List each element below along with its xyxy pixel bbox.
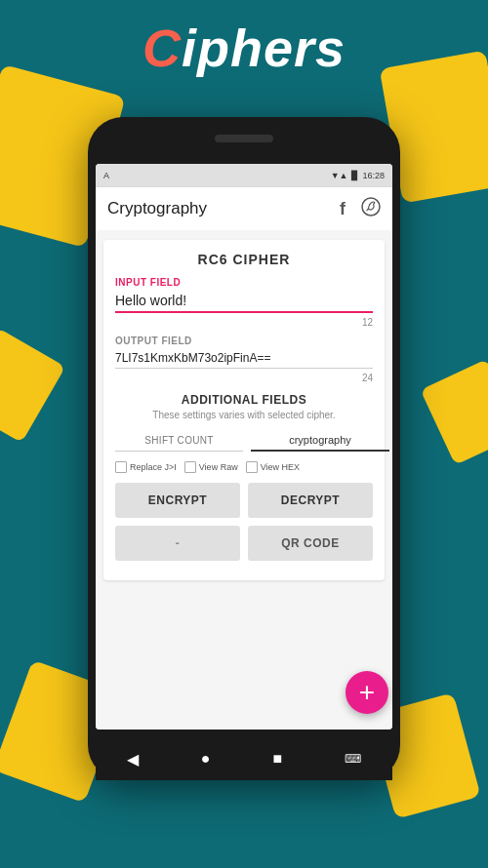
nav-bar: ◀ ● ■ ⌨ xyxy=(96,737,392,780)
card-title: RC6 CIPHER xyxy=(115,252,373,267)
secondary-button[interactable]: - xyxy=(115,526,240,561)
phone-speaker xyxy=(215,135,273,142)
title-c: C xyxy=(142,19,182,77)
input-field[interactable] xyxy=(115,290,373,313)
replace-ji-checkbox[interactable] xyxy=(115,461,127,473)
app-bar-icons: f xyxy=(340,197,381,221)
facebook-icon[interactable]: f xyxy=(340,199,346,219)
checkboxes-row: Replace J>I View Raw View HEX xyxy=(115,461,373,473)
status-left: A xyxy=(103,171,109,180)
qrcode-button[interactable]: QR CODE xyxy=(248,526,373,561)
whatsapp-icon[interactable] xyxy=(361,197,381,221)
app-bar-title: Cryptography xyxy=(107,199,207,218)
nav-keyboard-button[interactable]: ⌨ xyxy=(345,752,361,766)
fab-plus-icon: + xyxy=(359,677,375,708)
encrypt-button[interactable]: ENCRYPT xyxy=(115,483,240,518)
status-bar: A ▼▲ ▉ 16:28 xyxy=(96,164,392,187)
replace-ji-label: Replace J>I xyxy=(130,462,177,472)
additional-fields-row xyxy=(115,430,373,452)
cryptography-input[interactable] xyxy=(251,430,389,452)
output-char-count: 24 xyxy=(115,373,373,383)
additional-fields-title: ADDITIONAL FIELDS xyxy=(115,393,373,407)
phone-frame: A ▼▲ ▉ 16:28 Cryptography f xyxy=(88,117,400,780)
decrypt-button[interactable]: DECRYPT xyxy=(248,483,373,518)
nav-home-button[interactable]: ● xyxy=(201,750,211,768)
view-raw-label: View Raw xyxy=(199,462,238,472)
input-field-label: INPUT FIELD xyxy=(115,277,373,288)
time-display: 16:28 xyxy=(362,171,385,180)
cipher-card: RC6 CIPHER INPUT FIELD 12 OUTPUT FIELD 2… xyxy=(103,240,385,580)
fab-button[interactable]: + xyxy=(346,671,388,714)
status-right: ▼▲ ▉ 16:28 xyxy=(331,171,385,180)
signal-icon: ▼▲ xyxy=(331,171,348,180)
output-field-label: OUTPUT FIELD xyxy=(115,335,373,346)
view-hex-checkbox[interactable] xyxy=(246,461,258,473)
secondary-buttons-row: - QR CODE xyxy=(115,526,373,561)
additional-fields-subtitle: These settings varies with selected ciph… xyxy=(115,410,373,420)
replace-ji-checkbox-item[interactable]: Replace J>I xyxy=(115,461,177,473)
nav-back-button[interactable]: ◀ xyxy=(127,750,139,769)
primary-buttons-row: ENCRYPT DECRYPT xyxy=(115,483,373,518)
main-content: RC6 CIPHER INPUT FIELD 12 OUTPUT FIELD 2… xyxy=(96,230,392,730)
battery-icon: ▉ xyxy=(351,171,358,180)
input-char-count: 12 xyxy=(115,317,373,328)
view-raw-checkbox-item[interactable]: View Raw xyxy=(184,461,238,473)
app-bar: Cryptography f xyxy=(96,187,392,230)
app-header-title: Ciphers xyxy=(0,18,488,78)
phone-screen: A ▼▲ ▉ 16:28 Cryptography f xyxy=(96,164,392,730)
title-rest: iphers xyxy=(182,19,346,77)
view-hex-label: View HEX xyxy=(261,462,300,472)
view-hex-checkbox-item[interactable]: View HEX xyxy=(246,461,300,473)
nav-recents-button[interactable]: ■ xyxy=(272,750,282,768)
output-field[interactable] xyxy=(115,348,373,369)
svg-point-0 xyxy=(362,198,380,216)
view-raw-checkbox[interactable] xyxy=(184,461,196,473)
shift-count-input[interactable] xyxy=(115,430,243,452)
